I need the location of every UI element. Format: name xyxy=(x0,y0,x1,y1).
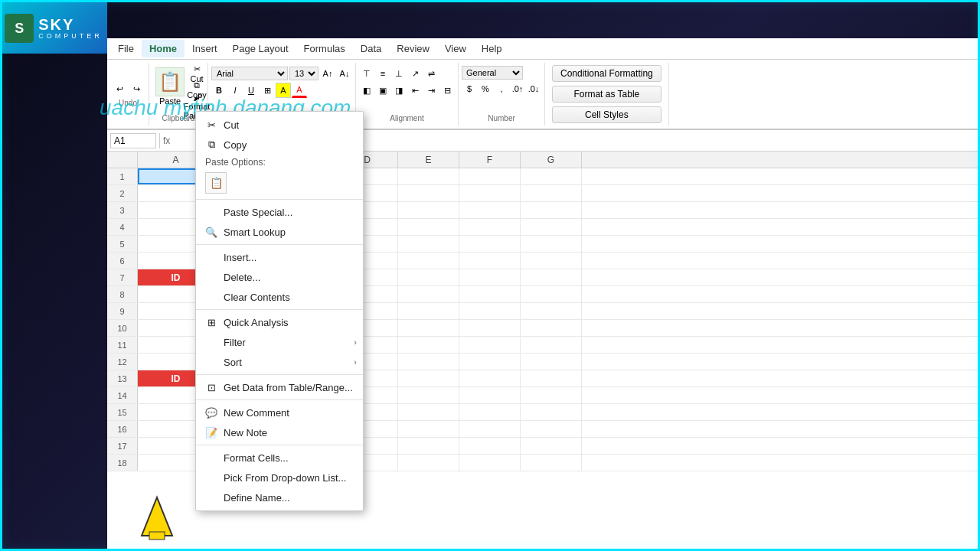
context-menu-sort[interactable]: Sort › xyxy=(196,352,363,372)
align-right-button[interactable]: ◨ xyxy=(391,83,407,98)
context-menu-cut[interactable]: ✂ Cut xyxy=(196,115,363,135)
border-button[interactable]: ⊞ xyxy=(260,83,275,98)
wrap-text-button[interactable]: ⇌ xyxy=(423,66,439,81)
decrease-decimal-button[interactable]: .0↓ xyxy=(526,81,541,96)
context-menu-pick-dropdown[interactable]: Pick From Drop-down List... xyxy=(196,468,363,487)
menu-file[interactable]: File xyxy=(110,40,142,57)
grid-cell[interactable] xyxy=(398,168,459,184)
grid-cell[interactable] xyxy=(521,370,582,386)
font-shrink-button[interactable]: A↓ xyxy=(337,66,352,81)
grid-cell[interactable] xyxy=(459,337,521,353)
grid-cell[interactable] xyxy=(398,269,459,285)
grid-cell[interactable] xyxy=(521,337,582,353)
orientation-button[interactable]: ↗ xyxy=(407,66,423,81)
align-left-button[interactable]: ◧ xyxy=(359,83,374,98)
grid-cell[interactable] xyxy=(459,286,521,302)
grid-cell[interactable] xyxy=(521,320,582,336)
align-center-button[interactable]: ▣ xyxy=(375,83,390,98)
grid-cell[interactable] xyxy=(398,337,459,353)
grid-cell[interactable] xyxy=(398,303,459,319)
grid-cell[interactable] xyxy=(521,438,582,454)
grid-cell[interactable] xyxy=(459,269,521,285)
conditional-formatting-button[interactable]: Conditional Formatting xyxy=(552,65,662,82)
grid-cell[interactable] xyxy=(398,455,459,471)
increase-indent-button[interactable]: ⇥ xyxy=(423,83,439,98)
grid-cell[interactable] xyxy=(521,219,582,235)
grid-cell[interactable] xyxy=(398,387,459,403)
grid-cell[interactable] xyxy=(459,253,521,269)
italic-button[interactable]: I xyxy=(227,83,243,98)
grid-cell[interactable] xyxy=(521,387,582,403)
redo-button[interactable]: ↪ xyxy=(129,82,144,97)
grid-cell[interactable] xyxy=(521,185,582,201)
menu-view[interactable]: View xyxy=(437,40,474,57)
grid-cell[interactable] xyxy=(459,236,521,252)
menu-formulas[interactable]: Formulas xyxy=(296,40,353,57)
grid-cell[interactable] xyxy=(521,404,582,420)
grid-cell[interactable] xyxy=(459,202,521,218)
menu-help[interactable]: Help xyxy=(474,40,510,57)
grid-cell[interactable] xyxy=(398,286,459,302)
menu-data[interactable]: Data xyxy=(353,40,389,57)
undo-button[interactable]: ↩ xyxy=(112,82,127,97)
grid-cell[interactable] xyxy=(521,236,582,252)
grid-cell[interactable] xyxy=(459,168,521,184)
menu-insert[interactable]: Insert xyxy=(185,40,225,57)
fill-color-button[interactable]: A xyxy=(276,83,291,98)
paste-button[interactable]: 📋 Paste xyxy=(152,66,188,114)
context-menu-insert[interactable]: Insert... xyxy=(196,247,363,267)
currency-button[interactable]: $ xyxy=(462,81,477,96)
grid-cell[interactable] xyxy=(521,303,582,319)
font-name-select[interactable]: Arial xyxy=(211,67,288,80)
context-menu-format-cells[interactable]: Format Cells... xyxy=(196,448,363,468)
grid-cell[interactable] xyxy=(459,303,521,319)
grid-cell[interactable] xyxy=(398,438,459,454)
col-header-g[interactable]: G xyxy=(521,152,582,168)
grid-cell[interactable] xyxy=(398,354,459,370)
format-as-table-button[interactable]: Format as Table xyxy=(552,86,662,103)
cell-styles-button[interactable]: Cell Styles xyxy=(552,106,662,123)
grid-cell[interactable] xyxy=(459,387,521,403)
context-menu-copy[interactable]: ⧉ Copy xyxy=(196,135,363,155)
context-menu-clear-contents[interactable]: Clear Contents xyxy=(196,287,363,307)
grid-cell[interactable] xyxy=(398,421,459,437)
menu-page-layout[interactable]: Page Layout xyxy=(225,40,296,57)
align-bottom-button[interactable]: ⊥ xyxy=(391,66,407,81)
context-menu-delete[interactable]: Delete... xyxy=(196,267,363,287)
grid-cell[interactable] xyxy=(521,354,582,370)
number-format-select[interactable]: General xyxy=(462,66,523,80)
grid-cell[interactable] xyxy=(521,269,582,285)
context-menu-new-note[interactable]: 📝 New Note xyxy=(196,422,363,442)
comma-button[interactable]: , xyxy=(494,81,509,96)
context-menu-get-data[interactable]: ⊡ Get Data from Table/Range... xyxy=(196,377,363,397)
grid-cell[interactable] xyxy=(398,236,459,252)
grid-cell[interactable] xyxy=(398,202,459,218)
menu-home[interactable]: Home xyxy=(142,40,185,57)
grid-cell[interactable] xyxy=(459,354,521,370)
increase-decimal-button[interactable]: .0↑ xyxy=(510,81,525,96)
grid-cell[interactable] xyxy=(398,370,459,386)
col-header-e[interactable]: E xyxy=(398,152,459,168)
grid-cell[interactable] xyxy=(459,370,521,386)
cell-reference-input[interactable] xyxy=(110,133,156,148)
grid-cell[interactable] xyxy=(398,320,459,336)
grid-cell[interactable] xyxy=(398,253,459,269)
context-menu-new-comment[interactable]: 💬 New Comment xyxy=(196,403,363,422)
decrease-indent-button[interactable]: ⇤ xyxy=(407,83,423,98)
font-color-button[interactable]: A xyxy=(292,83,307,98)
context-menu-define-name[interactable]: Define Name... xyxy=(196,487,363,507)
grid-cell[interactable] xyxy=(459,219,521,235)
grid-cell[interactable] xyxy=(521,202,582,218)
align-top-button[interactable]: ⊤ xyxy=(359,66,374,81)
merge-button[interactable]: ⊟ xyxy=(439,83,455,98)
font-grow-button[interactable]: A↑ xyxy=(320,66,335,81)
context-menu-smart-lookup[interactable]: 🔍 Smart Lookup xyxy=(196,222,363,242)
bold-button[interactable]: B xyxy=(211,83,227,98)
grid-cell[interactable] xyxy=(398,404,459,420)
col-header-f[interactable]: F xyxy=(459,152,521,168)
grid-cell[interactable] xyxy=(521,168,582,184)
grid-cell[interactable] xyxy=(521,253,582,269)
grid-cell[interactable] xyxy=(459,404,521,420)
context-menu-paste-special[interactable]: Paste Special... xyxy=(196,202,363,222)
paste-option-default[interactable]: 📋 xyxy=(205,172,227,194)
